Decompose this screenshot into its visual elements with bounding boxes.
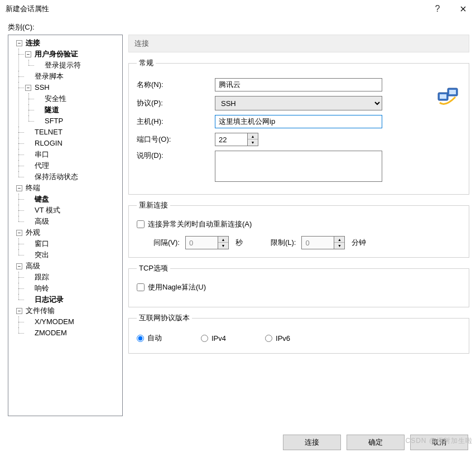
tree-item-loginprompt[interactable]: 登录提示符 <box>44 60 82 71</box>
tree-item-ssh[interactable]: SSH <box>33 82 51 93</box>
nagle-label: 使用Nagle算法(U) <box>148 282 206 292</box>
reconnect-checkbox-label: 连接异常关闭时自动重新连接(A) <box>148 219 252 229</box>
tree-toggle-icon[interactable]: − <box>16 308 22 314</box>
name-input[interactable] <box>215 78 382 91</box>
svg-rect-3 <box>449 90 456 94</box>
tree-item-keepalive[interactable]: 保持活动状态 <box>33 171 79 182</box>
tree-item-rlogin[interactable]: RLOGIN <box>33 138 64 149</box>
label-protocol: 协议(P): <box>137 98 215 108</box>
interval-spinner[interactable]: ▲▼ <box>185 236 230 249</box>
tree-item-sftp[interactable]: SFTP <box>44 115 64 127</box>
port-input[interactable] <box>215 133 247 146</box>
host-input[interactable] <box>215 115 382 128</box>
tree-item-loginscript[interactable]: 登录脚本 <box>33 71 65 82</box>
radio-ipv4[interactable]: IPv4 <box>201 334 226 343</box>
group-general: 常规 名称(N): 协议(P): SSH 主机(H): 端口号(O): <box>128 58 469 195</box>
ok-button[interactable]: 确定 <box>347 435 405 450</box>
tree-item-tunnel[interactable]: 隧道 <box>44 104 60 115</box>
tree-item-adv[interactable]: 高级 <box>33 216 50 227</box>
tree-item-userauth[interactable]: 用户身份验证 <box>33 49 79 60</box>
tree-item-xymodem[interactable]: X/YMODEM <box>33 316 75 327</box>
tree-item-zmodem[interactable]: ZMODEM <box>33 327 68 339</box>
interval-unit: 秒 <box>235 238 243 248</box>
radio-ipv6[interactable]: IPv6 <box>265 334 290 343</box>
tree-toggle-icon[interactable]: − <box>25 51 31 57</box>
help-button[interactable]: ? <box>425 0 450 18</box>
tree-item-highlight[interactable]: 突出 <box>33 249 50 261</box>
radio-auto[interactable]: 自动 <box>137 333 162 343</box>
tree-toggle-icon[interactable]: − <box>25 85 31 91</box>
category-tree[interactable]: −连接 −用户身份验证 登录提示符 登录脚本 −SSH 安全性 隧道 <box>8 35 123 416</box>
reconnect-checkbox[interactable] <box>137 220 145 228</box>
tree-item-advanced2[interactable]: 高级 <box>25 261 41 272</box>
label-desc: 说明(D): <box>137 151 215 161</box>
limit-unit: 分钟 <box>352 238 366 248</box>
tree-toggle-icon[interactable]: − <box>16 263 22 269</box>
tree-item-window[interactable]: 窗口 <box>33 238 50 249</box>
limit-input[interactable] <box>301 236 334 249</box>
tree-item-keyboard[interactable]: 键盘 <box>33 194 50 205</box>
tree-item-logging[interactable]: 日志记录 <box>33 294 65 305</box>
spinner-up-icon[interactable]: ▲ <box>334 237 344 243</box>
tree-item-serial[interactable]: 串口 <box>33 149 50 160</box>
tree-item-telnet[interactable]: TELNET <box>33 127 64 138</box>
legend-reconnect: 重新连接 <box>137 200 170 210</box>
spinner-down-icon[interactable]: ▼ <box>248 139 258 146</box>
category-label: 类别(C): <box>8 22 469 32</box>
tree-item-vtmode[interactable]: VT 模式 <box>33 205 61 216</box>
close-icon <box>460 6 466 12</box>
dialog-buttons: 连接 确定 取消 <box>283 435 468 450</box>
limit-spinner[interactable]: ▲▼ <box>301 236 346 249</box>
group-ipversion: 互联网协议版本 自动 IPv4 IPv6 <box>128 313 469 354</box>
svg-rect-1 <box>440 94 446 99</box>
port-spinner[interactable]: ▲▼ <box>215 133 259 146</box>
spinner-down-icon[interactable]: ▼ <box>218 243 228 249</box>
legend-tcp: TCP选项 <box>137 263 170 273</box>
nagle-checkbox[interactable] <box>137 283 145 291</box>
group-tcp: TCP选项 使用Nagle算法(U) <box>128 263 469 307</box>
tree-item-connection[interactable]: 连接 <box>25 37 41 49</box>
tree-item-filetransfer[interactable]: 文件传输 <box>25 305 56 316</box>
close-button[interactable] <box>450 0 476 18</box>
title-bar: 新建会话属性 ? <box>0 0 476 18</box>
label-port: 端口号(O): <box>137 134 215 144</box>
tree-item-proxy[interactable]: 代理 <box>33 160 50 171</box>
tree-item-bell[interactable]: 响铃 <box>33 283 50 294</box>
legend-ipversion: 互联网协议版本 <box>137 313 192 323</box>
cancel-button[interactable]: 取消 <box>410 435 468 450</box>
label-limit: 限制(L): <box>271 238 296 248</box>
protocol-select[interactable]: SSH <box>215 96 382 110</box>
legend-general: 常规 <box>137 58 156 68</box>
spinner-down-icon[interactable]: ▼ <box>334 243 344 249</box>
connection-icon <box>436 85 460 108</box>
tree-toggle-icon[interactable]: − <box>16 40 22 46</box>
section-header: 连接 <box>128 35 469 52</box>
group-reconnect: 重新连接 连接异常关闭时自动重新连接(A) 间隔(V): ▲▼ 秒 限制(L): <box>128 200 469 258</box>
tree-toggle-icon[interactable]: − <box>16 230 22 236</box>
tree-toggle-icon[interactable]: − <box>16 185 22 191</box>
spinner-up-icon[interactable]: ▲ <box>248 133 258 139</box>
tree-item-trace[interactable]: 跟踪 <box>33 272 50 283</box>
tree-item-security[interactable]: 安全性 <box>44 93 68 104</box>
label-name: 名称(N): <box>137 80 215 90</box>
spinner-up-icon[interactable]: ▲ <box>218 237 228 243</box>
interval-input[interactable] <box>185 236 218 249</box>
tree-item-terminal[interactable]: 终端 <box>25 182 41 194</box>
label-host: 主机(H): <box>137 117 215 127</box>
window-title: 新建会话属性 <box>6 4 425 14</box>
tree-item-appearance[interactable]: 外观 <box>25 227 41 238</box>
label-interval: 间隔(V): <box>153 238 180 248</box>
connect-button[interactable]: 连接 <box>283 435 341 450</box>
description-textarea[interactable] <box>215 151 382 182</box>
